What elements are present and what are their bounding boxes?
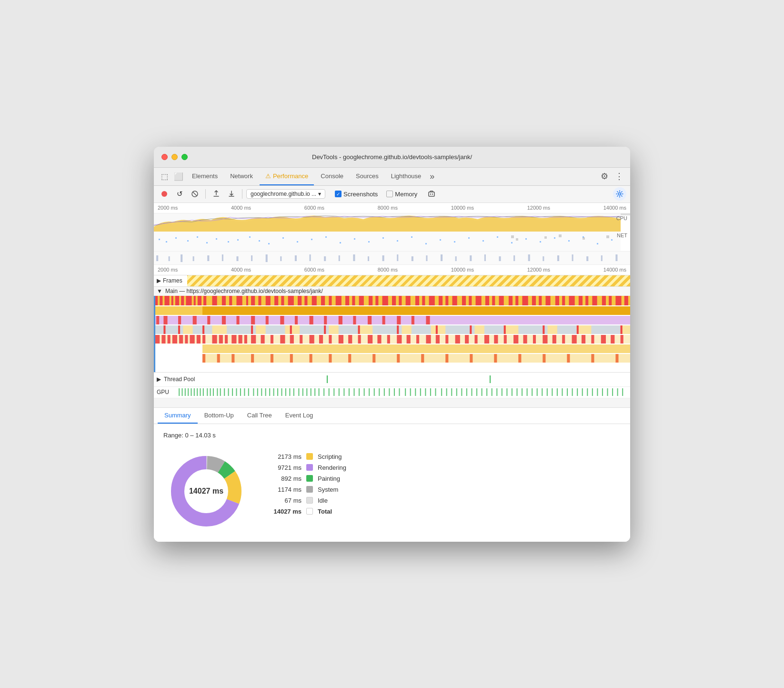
more-tabs-button[interactable]: » bbox=[428, 172, 436, 182]
svg-rect-243 bbox=[513, 335, 518, 344]
svg-rect-325 bbox=[369, 388, 370, 396]
rendering-value: 9721 ms bbox=[268, 464, 302, 471]
range-text: Range: 0 – 14.03 s bbox=[163, 432, 621, 439]
svg-rect-25 bbox=[340, 242, 341, 243]
svg-rect-324 bbox=[364, 388, 365, 396]
svg-rect-119 bbox=[399, 296, 402, 305]
svg-rect-329 bbox=[389, 388, 390, 396]
devtools-more-button[interactable]: ⋮ bbox=[612, 171, 626, 182]
tab-call-tree[interactable]: Call Tree bbox=[241, 408, 279, 424]
url-text: googlechrome.github.io ... bbox=[251, 191, 316, 197]
svg-rect-233 bbox=[416, 335, 419, 344]
svg-rect-46 bbox=[516, 238, 518, 241]
main-section: ▼ Main — https://googlechrome.github.io/… bbox=[154, 287, 630, 373]
svg-rect-236 bbox=[445, 335, 448, 344]
svg-rect-81 bbox=[586, 256, 588, 261]
svg-rect-110 bbox=[329, 296, 332, 305]
svg-rect-218 bbox=[271, 335, 273, 344]
svg-rect-129 bbox=[476, 296, 482, 305]
traffic-lights bbox=[161, 154, 188, 160]
tab-bar: ⬚ ⬜ Elements Network ⚠ Performance Conso… bbox=[154, 168, 630, 186]
svg-rect-250 bbox=[582, 335, 585, 344]
svg-rect-94 bbox=[203, 296, 206, 305]
svg-rect-22 bbox=[297, 241, 298, 243]
svg-rect-349 bbox=[492, 388, 493, 396]
warning-icon: ⚠ bbox=[265, 172, 271, 180]
svg-rect-124 bbox=[439, 296, 442, 305]
upload-profile-button[interactable] bbox=[210, 187, 223, 201]
screenshots-checkbox[interactable] bbox=[335, 191, 342, 197]
svg-rect-9 bbox=[159, 239, 160, 240]
svg-rect-127 bbox=[462, 296, 466, 305]
svg-rect-121 bbox=[415, 296, 419, 305]
svg-rect-125 bbox=[445, 296, 448, 305]
maximize-button[interactable] bbox=[181, 154, 188, 160]
svg-rect-74 bbox=[484, 254, 486, 261]
svg-rect-212 bbox=[225, 335, 228, 344]
svg-rect-98 bbox=[236, 296, 242, 305]
screenshots-toggle[interactable]: Screenshots bbox=[335, 191, 378, 198]
memory-toggle[interactable]: Memory bbox=[386, 191, 417, 198]
main-collapse-icon[interactable]: ▼ bbox=[157, 288, 162, 294]
marker-14000: 14000 ms bbox=[603, 205, 626, 211]
svg-rect-226 bbox=[348, 335, 352, 344]
memory-label: Memory bbox=[395, 191, 417, 198]
svg-rect-343 bbox=[461, 388, 462, 396]
cursor-icon[interactable]: ⬚ bbox=[158, 170, 171, 183]
svg-rect-51 bbox=[156, 255, 158, 261]
url-selector[interactable]: googlechrome.github.io ... ▾ bbox=[246, 189, 325, 199]
svg-rect-359 bbox=[542, 388, 543, 396]
device-icon[interactable]: ⬜ bbox=[172, 170, 185, 183]
svg-rect-15 bbox=[216, 238, 217, 240]
svg-rect-168 bbox=[382, 316, 385, 324]
svg-rect-95 bbox=[212, 296, 217, 305]
svg-rect-327 bbox=[379, 388, 380, 396]
svg-rect-341 bbox=[451, 388, 452, 396]
clear-recordings-button[interactable] bbox=[425, 187, 438, 201]
svg-rect-107 bbox=[304, 296, 307, 305]
devtools-settings-button[interactable]: ⚙ bbox=[598, 171, 611, 182]
tab-performance[interactable]: ⚠ Performance bbox=[260, 167, 314, 185]
svg-rect-89 bbox=[175, 296, 179, 305]
flame-graph[interactable] bbox=[154, 296, 630, 372]
frames-expand-icon[interactable]: ▶ bbox=[157, 277, 161, 284]
svg-rect-347 bbox=[482, 388, 482, 396]
thread-pool-expand-icon[interactable]: ▶ bbox=[157, 376, 161, 383]
svg-rect-126 bbox=[452, 296, 457, 305]
tab-sources[interactable]: Sources bbox=[350, 167, 384, 185]
dropdown-arrow: ▾ bbox=[318, 191, 321, 197]
memory-checkbox[interactable] bbox=[386, 191, 393, 197]
summary-body: 14027 ms 2173 ms Scripting 9721 ms Rende… bbox=[163, 448, 621, 534]
tab-event-log[interactable]: Event Log bbox=[279, 408, 320, 424]
svg-rect-298 bbox=[248, 388, 249, 396]
record-button[interactable] bbox=[158, 187, 171, 201]
svg-rect-217 bbox=[261, 335, 264, 344]
minimize-button[interactable] bbox=[171, 154, 178, 160]
svg-rect-358 bbox=[537, 388, 538, 396]
tab-network[interactable]: Network bbox=[224, 167, 259, 185]
marker2-12000: 12000 ms bbox=[527, 267, 550, 273]
svg-rect-239 bbox=[474, 335, 477, 344]
svg-rect-156 bbox=[207, 316, 210, 324]
tab-bottom-up[interactable]: Bottom-Up bbox=[198, 408, 241, 424]
tab-lighthouse[interactable]: Lighthouse bbox=[385, 167, 427, 185]
download-profile-button[interactable] bbox=[225, 187, 238, 201]
capture-settings-button[interactable] bbox=[613, 187, 626, 201]
svg-rect-132 bbox=[499, 296, 503, 305]
clear-button[interactable] bbox=[188, 187, 201, 201]
tab-console[interactable]: Console bbox=[315, 167, 349, 185]
svg-rect-203 bbox=[168, 335, 171, 344]
svg-rect-291 bbox=[220, 388, 221, 396]
reload-record-button[interactable]: ↺ bbox=[173, 187, 186, 201]
svg-rect-216 bbox=[251, 335, 256, 344]
tab-summary[interactable]: Summary bbox=[158, 408, 198, 424]
svg-rect-27 bbox=[368, 241, 370, 243]
svg-rect-148 bbox=[624, 296, 628, 305]
svg-rect-113 bbox=[352, 296, 355, 305]
close-button[interactable] bbox=[161, 154, 168, 160]
tab-elements[interactable]: Elements bbox=[186, 167, 223, 185]
svg-rect-335 bbox=[420, 388, 421, 396]
svg-rect-135 bbox=[522, 296, 528, 305]
svg-rect-19 bbox=[259, 240, 260, 242]
svg-rect-140 bbox=[562, 296, 565, 305]
